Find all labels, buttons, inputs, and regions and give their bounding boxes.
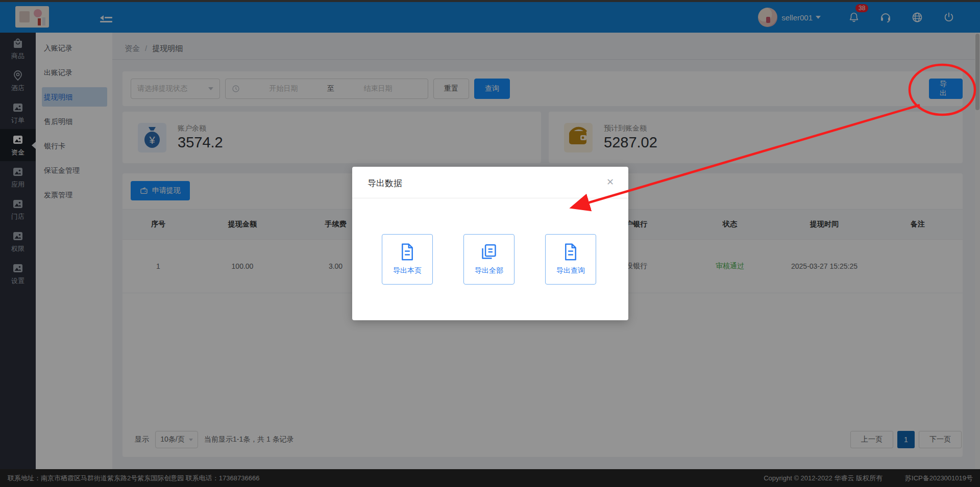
copy-documents-icon [480,243,498,261]
export-current-page-button[interactable]: 导出本页 [382,234,433,285]
export-option-label: 导出全部 [475,266,503,275]
export-query-button[interactable]: 导出查询 [545,234,596,285]
modal-body: 导出本页 导出全部 导出查询 [352,198,628,320]
close-icon[interactable]: ✕ [606,176,614,188]
modal-header: 导出数据 ✕ [352,167,628,198]
modal-title: 导出数据 [368,177,402,189]
export-option-label: 导出查询 [556,266,585,275]
seller-admin-page: seller001 38 [0,0,980,487]
export-option-label: 导出本页 [393,266,422,275]
document-icon [562,243,579,261]
document-icon [399,243,416,261]
export-all-button[interactable]: 导出全部 [463,234,514,285]
export-data-modal: 导出数据 ✕ 导出本页 导出全部 [352,167,628,320]
